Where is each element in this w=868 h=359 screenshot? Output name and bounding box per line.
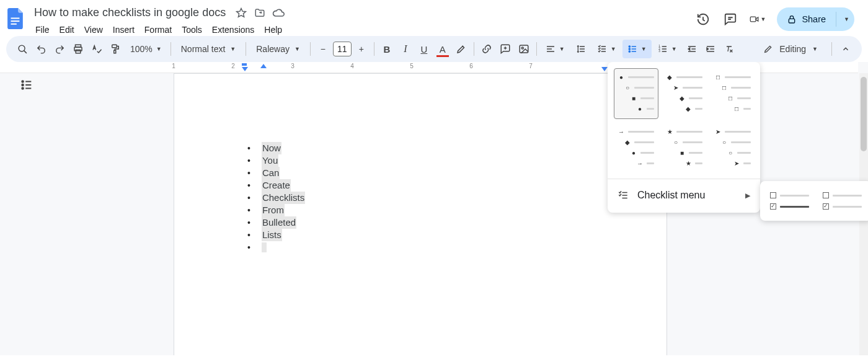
list-item-text: You	[262, 154, 278, 167]
svg-rect-4	[789, 19, 795, 23]
insert-link-icon[interactable]	[478, 40, 495, 58]
pencil-icon	[763, 44, 773, 54]
svg-point-15	[629, 51, 630, 52]
svg-point-14	[629, 48, 630, 50]
undo-icon[interactable]	[32, 40, 50, 58]
list-item-text: From	[262, 204, 285, 216]
increase-indent-icon[interactable]	[702, 40, 719, 58]
list-item-text: Can	[262, 167, 280, 179]
bullet-preset-star[interactable]: ★ ○ ■ ★	[662, 123, 707, 174]
bullet-preset-squares[interactable]: □ □ □ □	[711, 68, 755, 119]
svg-rect-2	[11, 24, 17, 25]
ruler-tick: 1	[172, 63, 175, 69]
bulleted-list-icon[interactable]: ▼	[622, 40, 652, 58]
text-color-icon[interactable]: A	[434, 40, 451, 58]
svg-point-20	[22, 84, 24, 86]
svg-rect-11	[520, 45, 528, 53]
collapse-toolbar-icon[interactable]	[837, 40, 854, 58]
italic-icon[interactable]: I	[397, 40, 414, 58]
document-outline-icon[interactable]	[17, 76, 36, 94]
list-item-text: Bulleted	[262, 216, 296, 229]
list-item[interactable]: From	[247, 204, 305, 216]
toolbar: 100%▼ Normal text▼ Raleway▼ − 11 + B I U…	[6, 36, 862, 62]
svg-point-12	[521, 47, 523, 49]
ruler-tick: 6	[469, 63, 473, 69]
zoom-select[interactable]: 100%▼	[125, 40, 167, 58]
document-page[interactable]: NowYouCanCreateChecklistsFromBulletedLis…	[174, 73, 667, 355]
search-menus-icon[interactable]	[14, 40, 31, 58]
align-icon[interactable]: ▼	[541, 40, 570, 58]
menu-tools[interactable]: Tools	[177, 22, 206, 37]
list-item-text: Checklists	[262, 192, 305, 204]
svg-text:3: 3	[658, 50, 660, 53]
cloud-status-icon[interactable]	[272, 7, 285, 19]
checklist-toolbar-icon[interactable]: ▼	[592, 40, 621, 58]
paragraph-style-select[interactable]: Normal text▼	[175, 40, 242, 58]
checklist-preset-strikethrough[interactable]	[766, 187, 813, 215]
list-item[interactable]: Now	[247, 142, 305, 154]
svg-point-19	[22, 81, 24, 82]
decrease-indent-icon[interactable]	[683, 40, 701, 58]
print-icon[interactable]	[69, 40, 87, 58]
svg-rect-1	[11, 20, 20, 22]
list-item[interactable]: Bulleted	[247, 216, 305, 229]
svg-point-21	[22, 87, 24, 89]
indent-marker[interactable]	[601, 67, 608, 71]
bullet-preset-diamond[interactable]: ◆ ➤ ◆ ◆	[662, 68, 707, 119]
star-icon[interactable]	[235, 7, 247, 19]
list-item[interactable]: Create	[247, 179, 305, 192]
increase-font-icon[interactable]: +	[353, 40, 370, 58]
clear-formatting-icon[interactable]	[720, 40, 738, 58]
numbered-list-icon[interactable]: 123▼	[653, 40, 682, 58]
menubar: File Edit View Insert Format Tools Exten…	[31, 22, 695, 37]
paint-format-icon[interactable]	[107, 40, 124, 58]
share-button[interactable]: Share ▼	[777, 7, 854, 31]
docs-logo[interactable]	[4, 6, 29, 31]
comments-icon[interactable]	[722, 11, 738, 27]
bold-icon[interactable]: B	[378, 40, 396, 58]
menu-format[interactable]: Format	[140, 22, 176, 37]
font-select[interactable]: Raleway▼	[250, 40, 306, 58]
bullet-preset-chevron[interactable]: ➤ ○ ○ ➤	[711, 123, 755, 174]
share-dropdown-icon[interactable]: ▼	[844, 16, 849, 22]
menu-edit[interactable]: Edit	[55, 22, 79, 37]
svg-rect-0	[11, 17, 20, 19]
history-icon[interactable]	[695, 11, 711, 27]
document-body[interactable]: NowYouCanCreateChecklistsFromBulletedLis…	[247, 142, 305, 254]
meet-icon[interactable]: ▼	[750, 11, 766, 27]
chevron-right-icon: ▶	[745, 192, 750, 200]
menu-view[interactable]: View	[80, 22, 107, 37]
list-item[interactable]: Checklists	[247, 192, 305, 204]
list-item[interactable]: Can	[247, 167, 305, 179]
doc-title[interactable]: How to make checklists in google docs	[31, 5, 229, 20]
decrease-font-icon[interactable]: −	[314, 40, 332, 58]
list-item-text: Now	[262, 142, 281, 154]
checklist-menu-item[interactable]: Checklist menu ▶	[614, 184, 754, 206]
bullet-preset-arrow-diamond[interactable]: → ◆ ● →	[614, 123, 658, 174]
menu-help[interactable]: Help	[260, 22, 286, 37]
menu-insert[interactable]: Insert	[108, 22, 139, 37]
add-comment-icon[interactable]	[497, 40, 514, 58]
line-spacing-icon[interactable]	[571, 40, 591, 58]
list-item[interactable]: You	[247, 154, 305, 167]
ruler-tick: 3	[291, 63, 294, 69]
underline-icon[interactable]: U	[415, 40, 433, 58]
indent-marker[interactable]	[242, 63, 247, 66]
spellcheck-icon[interactable]	[88, 40, 105, 58]
menu-extensions[interactable]: Extensions	[208, 22, 259, 37]
indent-marker[interactable]	[260, 64, 267, 68]
bullet-preset-disc-circle-square[interactable]: ● ○ ■ ●	[614, 68, 658, 119]
list-item[interactable]	[247, 241, 305, 254]
move-icon[interactable]	[254, 7, 266, 19]
text-cursor	[262, 242, 267, 252]
highlight-icon[interactable]	[453, 40, 470, 58]
insert-image-icon[interactable]	[515, 40, 533, 58]
font-size-input[interactable]: 11	[333, 42, 352, 56]
editing-mode-select[interactable]: Editing▼	[755, 40, 826, 58]
menu-file[interactable]: File	[31, 22, 54, 37]
redo-icon[interactable]	[51, 40, 68, 58]
ruler-tick: 2	[231, 63, 235, 69]
list-item[interactable]: Lists	[247, 229, 305, 241]
indent-marker[interactable]	[242, 67, 248, 71]
checklist-preset-plain[interactable]	[819, 187, 866, 215]
